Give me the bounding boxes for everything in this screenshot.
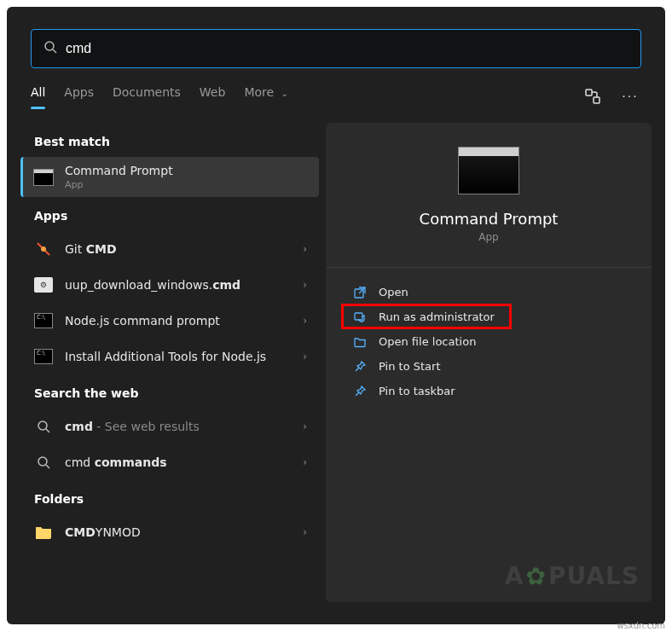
svg-line-7 — [46, 429, 49, 432]
best-match-title: Command Prompt — [65, 164, 307, 179]
gear-icon: ✿ — [525, 562, 546, 590]
svg-point-8 — [38, 457, 47, 466]
batch-file-icon: ⚙ — [32, 274, 55, 296]
folder-icon — [353, 336, 367, 348]
results-panel: Best match Command Prompt App Apps Git C… — [20, 123, 319, 602]
web-result-item[interactable]: cmd - See web results › — [20, 409, 319, 444]
cmd-app-icon — [32, 166, 55, 188]
tab-documents[interactable]: Documents — [113, 85, 181, 107]
folder-icon — [32, 521, 55, 543]
search-bar[interactable] — [31, 29, 641, 68]
action-open[interactable]: Open — [341, 280, 636, 304]
action-pin-taskbar[interactable]: Pin to taskbar — [341, 379, 636, 403]
tab-more[interactable]: More ⌄ — [244, 85, 288, 107]
svg-point-5 — [41, 246, 46, 252]
chevron-right-icon: › — [303, 315, 307, 327]
tab-apps[interactable]: Apps — [64, 85, 94, 107]
svg-rect-3 — [594, 97, 600, 103]
action-label: Pin to taskbar — [379, 385, 455, 397]
search-window: All Apps Documents Web More ⌄ ··· Best m… — [7, 7, 665, 624]
svg-rect-2 — [586, 90, 592, 96]
svg-point-6 — [38, 421, 47, 430]
action-open-file-location[interactable]: Open file location — [341, 329, 636, 354]
connect-icon[interactable] — [582, 85, 604, 107]
tab-all[interactable]: All — [31, 85, 45, 107]
web-result-item[interactable]: cmd commands › — [20, 444, 319, 480]
chevron-down-icon: ⌄ — [281, 89, 288, 98]
action-label: Open — [379, 286, 408, 299]
best-match-subtitle: App — [65, 179, 307, 191]
more-options-icon[interactable]: ··· — [619, 85, 641, 107]
chevron-right-icon: › — [303, 420, 307, 432]
search-icon — [32, 451, 55, 473]
watermark: A ✿ PUALS — [505, 562, 640, 590]
node-cmd-icon: C:\ — [32, 310, 55, 332]
node-cmd-icon: C:\ — [32, 345, 55, 368]
app-result-item[interactable]: C:\ Node.js command prompt › — [20, 303, 319, 339]
pin-icon — [353, 386, 367, 397]
annotation-highlight — [341, 304, 512, 329]
action-pin-start[interactable]: Pin to Start — [341, 354, 636, 379]
search-web-header: Search the web — [20, 374, 319, 409]
detail-panel: Command Prompt App Open Run as administr… — [326, 123, 652, 602]
chevron-right-icon: › — [303, 279, 307, 291]
search-icon — [43, 40, 57, 57]
chevron-right-icon: › — [303, 351, 307, 362]
search-icon — [32, 415, 55, 438]
detail-title: Command Prompt — [341, 210, 636, 228]
chevron-right-icon: › — [303, 243, 307, 255]
svg-point-0 — [45, 42, 54, 50]
open-external-icon — [353, 287, 367, 299]
tab-web[interactable]: Web — [200, 85, 226, 107]
app-result-item[interactable]: C:\ Install Additional Tools for Node.js… — [20, 339, 319, 374]
filter-tabs: All Apps Documents Web More ⌄ — [31, 85, 288, 107]
chevron-right-icon: › — [303, 526, 307, 538]
chevron-right-icon: › — [303, 456, 307, 468]
detail-subtitle: App — [341, 231, 636, 243]
apps-header: Apps — [20, 197, 319, 231]
app-result-item[interactable]: Git CMD › — [20, 231, 319, 267]
detail-app-icon — [458, 147, 519, 194]
search-input[interactable] — [66, 41, 629, 56]
git-icon — [32, 238, 55, 260]
app-result-item[interactable]: ⚙ uup_download_windows.cmd › — [20, 267, 319, 303]
filter-tabs-row: All Apps Documents Web More ⌄ ··· — [7, 68, 665, 118]
action-label: Open file location — [379, 335, 476, 348]
pin-icon — [353, 361, 367, 373]
svg-line-9 — [46, 465, 49, 468]
actions-list: Open Run as administrator Open file loca… — [341, 280, 636, 403]
svg-line-1 — [53, 49, 56, 53]
best-match-header: Best match — [20, 123, 319, 157]
source-credit: wsxdn.com — [617, 621, 665, 630]
best-match-item[interactable]: Command Prompt App — [20, 157, 319, 197]
folders-header: Folders — [20, 480, 319, 514]
folder-result-item[interactable]: CMDYNMOD › — [20, 514, 319, 550]
action-label: Pin to Start — [379, 360, 440, 373]
